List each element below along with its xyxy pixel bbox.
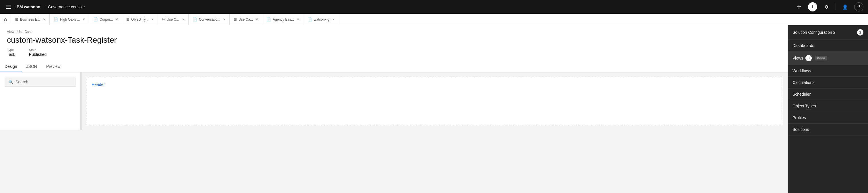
tab-bar: ⌂ ⊞ Business E... ✕ 📄 High Oaks ... ✕ 📄 …: [0, 14, 868, 25]
menu-item-label: Views: [793, 56, 803, 61]
main-content-header: View - Use Case custom-watsonx-Task-Regi…: [0, 25, 787, 61]
app-brand: IBM watsonx | Governance console: [16, 5, 85, 9]
meta-state-value: Published: [29, 52, 47, 57]
menu-item-calculations[interactable]: Calculations: [788, 77, 868, 88]
tab-doc-icon: 📄: [54, 17, 58, 22]
content-area: 🔍 Header: [0, 72, 787, 130]
tab-label: watsonx-g: [314, 17, 330, 22]
menu-item-workflows[interactable]: Workflows: [788, 65, 868, 77]
home-icon: ⌂: [4, 17, 7, 22]
tab-object-ty[interactable]: ⊞ Object Ty... ✕: [122, 14, 158, 25]
views-badge: 3: [805, 55, 812, 61]
user-button[interactable]: 👤: [840, 2, 849, 11]
main-editor: Header: [87, 77, 783, 125]
menu-item-object-types[interactable]: Object Types: [788, 100, 868, 112]
tab-close-icon[interactable]: ✕: [255, 18, 258, 21]
menu-item-label: Solutions: [793, 127, 809, 130]
menu-item-label: Calculations: [793, 80, 814, 85]
tab-business-e[interactable]: ⊞ Business E... ✕: [11, 14, 50, 25]
tab-close-icon[interactable]: ✕: [222, 18, 225, 21]
sub-tab-design[interactable]: Design: [0, 61, 22, 72]
meta-state: State Published: [29, 48, 47, 57]
tab-corpor[interactable]: 📄 Corpor... ✕: [89, 14, 122, 25]
cross-environment-button[interactable]: ✛: [794, 2, 803, 11]
tab-use-c[interactable]: ✂ Use C... ✕: [158, 14, 189, 25]
views-tooltip: Views: [815, 56, 827, 61]
sub-tabs: Design JSON Preview: [0, 61, 787, 72]
menu-item-profiles[interactable]: Profiles: [788, 112, 868, 124]
tab-agency-bas[interactable]: 📄 Agency Bas... ✕: [262, 14, 303, 25]
nav-right-actions: ✛ 1 ⚙ 👤 ?: [794, 2, 863, 11]
breadcrumb: View - Use Case: [7, 30, 781, 34]
scroll-bar[interactable]: [81, 72, 82, 130]
hamburger-menu-button[interactable]: [5, 4, 12, 10]
tab-label: Conversatio...: [199, 17, 220, 22]
meta-state-label: State: [29, 48, 47, 51]
tab-grid-icon: ⊞: [234, 17, 237, 22]
menu-item-label: Workflows: [793, 69, 811, 73]
tab-label: High Oaks ...: [60, 17, 80, 22]
tab-label: Use C...: [167, 17, 179, 22]
tab-grid-icon: ⊞: [15, 17, 19, 22]
tab-close-icon[interactable]: ✕: [331, 18, 335, 21]
tab-label: Use Ca...: [239, 17, 253, 22]
tab-close-icon[interactable]: ✕: [150, 18, 154, 21]
tab-label: Agency Bas...: [273, 17, 294, 22]
menu-item-label: Object Types: [793, 104, 816, 108]
sub-tab-json[interactable]: JSON: [22, 61, 42, 72]
tab-label: Corpor...: [100, 17, 113, 22]
meta-type: Type Task: [7, 48, 15, 57]
tab-doc-icon: 📄: [307, 17, 312, 22]
tab-close-icon[interactable]: ✕: [296, 18, 299, 21]
tab-doc-icon: 📄: [267, 17, 271, 22]
search-input[interactable]: [16, 80, 72, 84]
menu-item-solutions[interactable]: Solutions: [788, 124, 868, 130]
solution-panel-header: Solution Configuration 2 2: [788, 25, 868, 40]
menu-item-label: Scheduler: [793, 92, 811, 96]
meta-type-label: Type: [7, 48, 15, 51]
tab-watsonx-g[interactable]: 📄 watsonx-g ✕: [303, 14, 339, 25]
tab-high-oaks[interactable]: 📄 High Oaks ... ✕: [50, 14, 89, 25]
sidebar-panel: 🔍: [0, 72, 81, 130]
tab-label: Object Ty...: [131, 17, 148, 22]
menu-item-label: Dashboards: [793, 43, 814, 48]
search-box[interactable]: 🔍: [5, 77, 75, 87]
tab-close-icon[interactable]: ✕: [181, 18, 184, 21]
tab-close-icon[interactable]: ✕: [42, 18, 45, 21]
menu-item-scheduler[interactable]: Scheduler: [788, 88, 868, 100]
nav-divider: [836, 3, 836, 10]
menu-item-label: Profiles: [793, 115, 806, 120]
tab-grid-icon: ⊞: [126, 17, 129, 22]
tab-label: Business E...: [20, 17, 40, 22]
tab-close-icon[interactable]: ✕: [82, 18, 85, 21]
meta-row: Type Task State Published: [7, 48, 781, 57]
tab-close-icon[interactable]: ✕: [115, 18, 118, 21]
solution-config-panel: Solution Configuration 2 2 Dashboards Vi…: [787, 25, 868, 130]
tab-doc-icon: 📄: [193, 17, 197, 22]
menu-item-dashboards[interactable]: Dashboards: [788, 40, 868, 51]
badge1-button[interactable]: 1: [808, 2, 817, 11]
solution-panel-badge: 2: [857, 29, 863, 36]
menu-item-views[interactable]: Views 3 Views: [788, 51, 868, 65]
page-title: custom-watsonx-Task-Register: [7, 36, 781, 45]
tab-doc-icon: 📄: [93, 17, 98, 22]
header-link[interactable]: Header: [92, 82, 105, 87]
tab-conversatio[interactable]: 📄 Conversatio... ✕: [189, 14, 229, 25]
search-icon: 🔍: [8, 80, 13, 84]
settings-button[interactable]: ⚙: [822, 2, 831, 11]
sub-tab-preview[interactable]: Preview: [42, 61, 65, 72]
help-button[interactable]: ?: [854, 2, 863, 11]
solution-panel-title: Solution Configuration 2: [793, 30, 835, 35]
tab-use-ca[interactable]: ⊞ Use Ca... ✕: [229, 14, 262, 25]
meta-type-value: Task: [7, 52, 15, 57]
tab-home[interactable]: ⌂: [0, 14, 11, 25]
top-navigation: IBM watsonx | Governance console ✛ 1 ⚙ 👤…: [0, 0, 868, 14]
tab-cut-icon: ✂: [162, 17, 165, 22]
